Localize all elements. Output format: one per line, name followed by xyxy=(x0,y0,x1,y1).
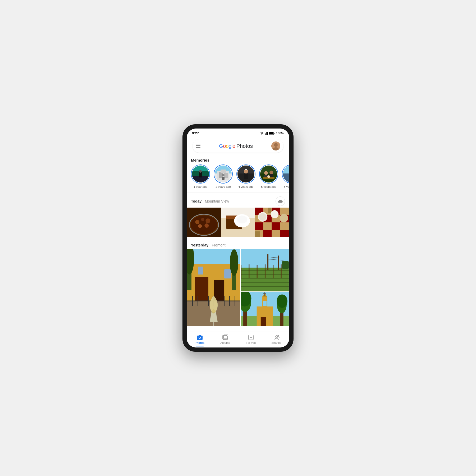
yesterday-photo-large[interactable] xyxy=(187,249,240,326)
app-logo: Google Photos xyxy=(203,143,269,149)
svg-rect-2 xyxy=(267,132,267,135)
status-bar: 9:27 xyxy=(187,129,289,136)
nav-tab-for-you[interactable]: For you xyxy=(238,333,264,345)
svg-point-28 xyxy=(244,169,248,173)
memory-circle-3 xyxy=(236,164,255,184)
svg-rect-0 xyxy=(265,134,266,135)
svg-rect-103 xyxy=(249,264,249,278)
wifi-icon xyxy=(260,132,264,135)
svg-rect-8 xyxy=(196,145,200,146)
nav-label-photos: Photos xyxy=(195,341,204,344)
photos-nav-icon xyxy=(196,335,203,340)
svg-rect-104 xyxy=(257,265,258,278)
menu-icon[interactable] xyxy=(196,143,200,149)
svg-rect-78 xyxy=(198,267,203,274)
yesterday-photo-church[interactable] xyxy=(241,292,289,326)
memory-circle-1 xyxy=(191,164,210,184)
svg-point-67 xyxy=(259,213,267,221)
svg-rect-7 xyxy=(196,144,200,144)
svg-point-68 xyxy=(271,210,279,218)
cloud-icon xyxy=(278,199,283,203)
memory-label-4: 5 years ago xyxy=(261,185,276,188)
svg-rect-110 xyxy=(267,254,268,270)
memory-circle-4 xyxy=(259,164,278,184)
today-photo-grid[interactable] xyxy=(187,208,289,237)
svg-rect-25 xyxy=(222,177,225,180)
today-label: Today xyxy=(191,199,202,203)
today-photo-3[interactable] xyxy=(255,208,289,237)
svg-point-47 xyxy=(205,218,210,223)
svg-point-56 xyxy=(237,216,247,223)
today-label-group: Today Mountain View xyxy=(191,199,229,204)
yesterday-header: Yesterday Fremont xyxy=(187,240,289,249)
svg-rect-64 xyxy=(263,230,272,237)
svg-rect-23 xyxy=(221,170,226,173)
svg-point-11 xyxy=(274,143,278,147)
svg-point-128 xyxy=(277,294,287,308)
svg-point-82 xyxy=(230,249,238,276)
svg-point-46 xyxy=(201,218,204,221)
svg-point-36 xyxy=(269,171,273,174)
memories-title: Memories xyxy=(187,155,289,164)
today-header: Today Mountain View xyxy=(187,194,289,208)
nav-tab-sharing[interactable]: Sharing xyxy=(264,333,289,345)
cloud-button[interactable] xyxy=(276,196,285,206)
memory-item-3[interactable]: 4 years ago xyxy=(236,164,255,188)
memory-item-1[interactable]: 1 year ago xyxy=(191,164,210,188)
svg-rect-1 xyxy=(266,133,266,135)
svg-rect-122 xyxy=(263,301,267,306)
yesterday-label: Yesterday xyxy=(191,243,208,247)
today-photo-1[interactable] xyxy=(187,208,221,237)
svg-point-24 xyxy=(222,174,225,176)
svg-rect-77 xyxy=(224,269,231,278)
svg-point-132 xyxy=(199,337,200,338)
svg-rect-3 xyxy=(267,132,268,135)
nav-tab-albums[interactable]: Albums xyxy=(212,333,238,345)
battery-percent: 100% xyxy=(276,131,284,135)
svg-rect-75 xyxy=(195,277,208,301)
memory-label-1: 1 year ago xyxy=(194,185,207,188)
svg-rect-102 xyxy=(241,265,241,278)
today-photo-2[interactable] xyxy=(221,208,255,237)
svg-rect-63 xyxy=(272,222,280,230)
svg-rect-62 xyxy=(255,222,263,230)
nav-tab-photos[interactable]: Photos xyxy=(187,333,212,345)
svg-point-49 xyxy=(204,223,209,228)
svg-rect-123 xyxy=(261,317,266,326)
memory-img-3 xyxy=(237,166,254,182)
app-header: Google Photos xyxy=(193,139,283,153)
memory-label-3: 4 years ago xyxy=(238,185,253,188)
app-content: Memories xyxy=(187,155,289,332)
yesterday-location: Fremont xyxy=(212,243,226,247)
nav-active-indicator xyxy=(196,346,204,346)
svg-rect-133 xyxy=(199,335,201,336)
yesterday-photo-vineyard[interactable] xyxy=(241,249,289,291)
svg-rect-105 xyxy=(265,264,266,278)
svg-point-69 xyxy=(280,214,288,222)
memory-item-5[interactable]: 8 years ago xyxy=(282,164,289,188)
svg-point-45 xyxy=(195,220,199,224)
svg-rect-9 xyxy=(196,147,200,148)
nav-label-for-you: For you xyxy=(246,341,256,344)
user-avatar[interactable] xyxy=(271,141,280,150)
memory-img-4 xyxy=(260,166,277,182)
today-location: Mountain View xyxy=(205,199,229,203)
phone-device: 9:27 xyxy=(182,124,294,352)
signal-icon xyxy=(265,132,268,135)
phone-screen: 9:27 xyxy=(187,129,289,347)
memory-item-4[interactable]: 5 years ago xyxy=(259,164,278,188)
memory-circle-5 xyxy=(282,164,289,184)
svg-rect-65 xyxy=(280,230,289,237)
svg-point-140 xyxy=(276,336,278,338)
albums-nav-icon xyxy=(222,335,228,340)
svg-rect-107 xyxy=(281,264,282,278)
google-logo-text: Google xyxy=(219,143,235,149)
svg-rect-114 xyxy=(282,261,289,269)
svg-rect-93 xyxy=(213,322,214,326)
svg-rect-5 xyxy=(269,132,273,134)
battery-icon xyxy=(269,132,275,135)
svg-rect-41 xyxy=(283,166,289,173)
memory-item-2[interactable]: 2 years ago xyxy=(214,164,233,188)
yesterday-photo-grid[interactable] xyxy=(187,249,289,327)
yesterday-label-group: Yesterday Fremont xyxy=(191,243,226,248)
